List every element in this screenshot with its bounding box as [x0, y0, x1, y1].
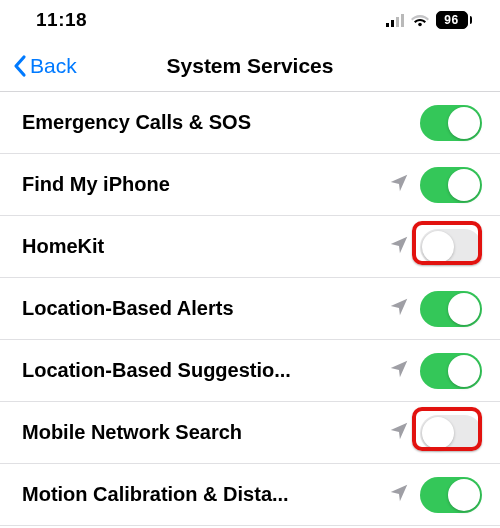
row-label: Mobile Network Search	[22, 421, 388, 444]
battery-icon: 96	[436, 11, 473, 29]
settings-row: Mobile Network Search	[0, 402, 500, 464]
svg-point-0	[418, 23, 422, 27]
settings-row: Find My iPhone	[0, 154, 500, 216]
toggle-switch[interactable]	[420, 353, 482, 389]
location-arrow-icon	[388, 296, 410, 322]
row-label: Location-Based Suggestio...	[22, 359, 388, 382]
toggle-switch[interactable]	[420, 105, 482, 141]
back-label: Back	[30, 54, 77, 78]
toggle-switch[interactable]	[420, 167, 482, 203]
status-time: 11:18	[36, 9, 87, 31]
chevron-left-icon	[12, 54, 28, 78]
settings-row: Emergency Calls & SOS	[0, 92, 500, 154]
battery-level: 96	[436, 11, 468, 29]
row-label: HomeKit	[22, 235, 388, 258]
status-bar: 11:18 96	[0, 0, 500, 40]
location-arrow-icon	[388, 482, 410, 508]
cellular-signal-icon	[386, 13, 404, 27]
status-right: 96	[386, 11, 473, 29]
toggle-switch[interactable]	[420, 415, 482, 451]
settings-row: HomeKit	[0, 216, 500, 278]
row-label: Location-Based Alerts	[22, 297, 388, 320]
location-arrow-icon	[388, 358, 410, 384]
toggle-switch[interactable]	[420, 229, 482, 265]
screen: 11:18 96 Back System	[0, 0, 500, 528]
location-arrow-icon	[388, 234, 410, 260]
row-label: Motion Calibration & Dista...	[22, 483, 388, 506]
row-label: Find My iPhone	[22, 173, 388, 196]
wifi-icon	[410, 13, 430, 27]
location-arrow-icon	[388, 420, 410, 446]
settings-row: Location-Based Alerts	[0, 278, 500, 340]
toggle-switch[interactable]	[420, 477, 482, 513]
settings-row: Motion Calibration & Dista...	[0, 464, 500, 526]
back-button[interactable]: Back	[0, 54, 77, 78]
toggle-switch[interactable]	[420, 291, 482, 327]
settings-row: Location-Based Suggestio...	[0, 340, 500, 402]
location-arrow-icon	[388, 172, 410, 198]
nav-bar: Back System Services	[0, 40, 500, 92]
settings-list: Emergency Calls & SOSFind My iPhoneHomeK…	[0, 92, 500, 526]
row-label: Emergency Calls & SOS	[22, 111, 420, 134]
